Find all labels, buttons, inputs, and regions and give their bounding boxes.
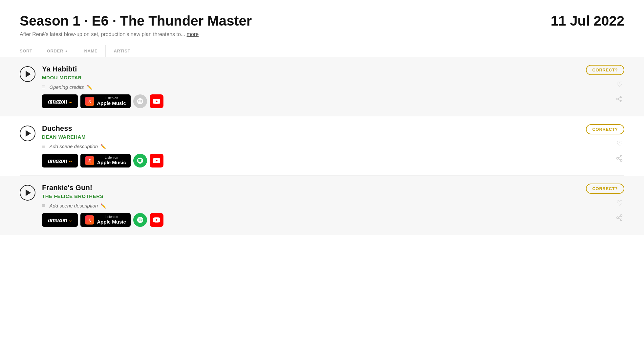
apple-listen-on-label: Listen on bbox=[97, 156, 126, 160]
service-buttons: amazon ⌣ ♫ Listen on Apple Music bbox=[42, 154, 579, 167]
svg-point-7 bbox=[620, 160, 622, 162]
svg-point-6 bbox=[617, 157, 619, 159]
sort-col-name[interactable]: NAME bbox=[76, 45, 106, 57]
track-actions: CORRECT? ♡ bbox=[579, 184, 624, 224]
track-info: Frankie's Gun! THE FELICE BROTHERS ≡ Add… bbox=[42, 184, 579, 227]
youtube-icon bbox=[153, 216, 160, 224]
apple-music-button[interactable]: ♫ Listen on Apple Music bbox=[80, 94, 130, 108]
sort-bar: SORT ORDER ▲ NAME ARTIST bbox=[20, 45, 624, 57]
play-icon bbox=[26, 130, 31, 137]
sort-arrow-icon: ▲ bbox=[65, 49, 68, 53]
apple-music-label: Apple Music bbox=[97, 219, 126, 225]
play-button[interactable] bbox=[20, 126, 35, 141]
apple-music-icon: ♫ bbox=[85, 215, 94, 225]
svg-line-14 bbox=[618, 216, 620, 217]
scene-menu-icon: ≡ bbox=[42, 84, 46, 90]
sort-col-artist[interactable]: ARTIST bbox=[106, 45, 138, 57]
amazon-button[interactable]: amazon ⌣ bbox=[42, 94, 78, 108]
correct-button[interactable]: CORRECT? bbox=[586, 184, 624, 194]
track-info: Duchess DEAN WAREHAM ≡ Add scene descrip… bbox=[42, 124, 579, 167]
svg-point-2 bbox=[620, 100, 622, 102]
scene-menu-icon: ≡ bbox=[42, 143, 46, 150]
edit-scene-icon[interactable]: ✏️ bbox=[87, 85, 92, 90]
apple-listen-on-label: Listen on bbox=[97, 96, 126, 100]
svg-line-8 bbox=[618, 159, 620, 160]
svg-line-9 bbox=[618, 157, 620, 158]
scene-description: Add scene description bbox=[50, 203, 98, 208]
amazon-smile-icon: ⌣ bbox=[69, 218, 72, 224]
spotify-icon bbox=[137, 216, 144, 224]
play-icon bbox=[26, 189, 31, 196]
svg-line-13 bbox=[618, 218, 620, 219]
amazon-smile-icon: ⌣ bbox=[69, 99, 72, 105]
spotify-icon bbox=[137, 157, 144, 164]
svg-line-4 bbox=[618, 97, 620, 99]
apple-music-icon: ♫ bbox=[85, 97, 94, 106]
track-scene: ≡ Opening credits ✏️ bbox=[42, 84, 579, 90]
track-name: Frankie's Gun! bbox=[42, 184, 579, 192]
track-artist: MDOU MOCTAR bbox=[42, 75, 579, 80]
sort-label: SORT bbox=[20, 45, 39, 57]
more-link[interactable]: more bbox=[187, 31, 199, 37]
play-button[interactable] bbox=[20, 185, 35, 201]
share-button[interactable] bbox=[614, 94, 624, 106]
track-row: Duchess DEAN WAREHAM ≡ Add scene descrip… bbox=[20, 116, 624, 176]
track-list: Ya Habibti MDOU MOCTAR ≡ Opening credits… bbox=[20, 57, 624, 235]
svg-point-5 bbox=[620, 155, 622, 157]
sort-col-order[interactable]: ORDER ▲ bbox=[39, 45, 76, 57]
apple-listen-on-label: Listen on bbox=[97, 215, 126, 219]
like-button[interactable]: ♡ bbox=[615, 198, 624, 209]
scene-menu-icon: ≡ bbox=[42, 202, 46, 209]
track-info: Ya Habibti MDOU MOCTAR ≡ Opening credits… bbox=[42, 65, 579, 108]
amazon-button[interactable]: amazon ⌣ bbox=[42, 213, 78, 227]
edit-scene-icon[interactable]: ✏️ bbox=[100, 144, 106, 149]
apple-music-label: Apple Music bbox=[97, 100, 126, 106]
play-button[interactable] bbox=[20, 66, 35, 82]
edit-scene-icon[interactable]: ✏️ bbox=[100, 203, 106, 208]
youtube-button[interactable] bbox=[150, 94, 163, 108]
amazon-logo: amazon bbox=[48, 98, 67, 105]
share-button[interactable] bbox=[614, 153, 624, 165]
track-scene: ≡ Add scene description ✏️ bbox=[42, 143, 579, 150]
like-button[interactable]: ♡ bbox=[615, 138, 624, 149]
svg-point-0 bbox=[620, 96, 622, 98]
youtube-icon bbox=[153, 157, 160, 164]
correct-button[interactable]: CORRECT? bbox=[586, 124, 624, 134]
track-row: Ya Habibti MDOU MOCTAR ≡ Opening credits… bbox=[0, 57, 644, 116]
spotify-button-disabled[interactable] bbox=[133, 94, 147, 108]
correct-button[interactable]: CORRECT? bbox=[586, 65, 624, 75]
like-button[interactable]: ♡ bbox=[615, 79, 624, 90]
youtube-icon bbox=[153, 98, 160, 105]
page-date: 11 Jul 2022 bbox=[551, 13, 624, 29]
scene-description: Opening credits bbox=[50, 84, 84, 90]
page-title: Season 1 · E6 · The Thunder Master bbox=[20, 13, 252, 29]
svg-point-11 bbox=[617, 217, 619, 219]
track-actions: CORRECT? ♡ bbox=[579, 124, 624, 165]
apple-music-button[interactable]: ♫ Listen on Apple Music bbox=[80, 154, 130, 167]
scene-description: Add scene description bbox=[50, 144, 98, 149]
track-artist: DEAN WAREHAM bbox=[42, 134, 579, 140]
svg-line-3 bbox=[618, 99, 620, 101]
track-row: Frankie's Gun! THE FELICE BROTHERS ≡ Add… bbox=[0, 176, 644, 235]
amazon-smile-icon: ⌣ bbox=[69, 159, 72, 164]
youtube-button[interactable] bbox=[150, 154, 163, 167]
play-icon bbox=[26, 71, 31, 77]
spotify-icon bbox=[137, 98, 144, 105]
apple-music-button[interactable]: ♫ Listen on Apple Music bbox=[80, 213, 130, 227]
track-name: Ya Habibti bbox=[42, 65, 579, 73]
track-scene: ≡ Add scene description ✏️ bbox=[42, 202, 579, 209]
youtube-button[interactable] bbox=[150, 213, 163, 227]
amazon-logo: amazon bbox=[48, 157, 67, 165]
service-buttons: amazon ⌣ ♫ Listen on Apple Music bbox=[42, 213, 579, 227]
service-buttons: amazon ⌣ ♫ Listen on Apple Music bbox=[42, 94, 579, 108]
apple-music-icon: ♫ bbox=[85, 156, 94, 165]
page-description: After René's latest blow-up on set, prod… bbox=[20, 31, 624, 37]
spotify-button[interactable] bbox=[133, 154, 147, 167]
svg-point-1 bbox=[617, 98, 619, 100]
track-artist: THE FELICE BROTHERS bbox=[42, 193, 579, 199]
amazon-button[interactable]: amazon ⌣ bbox=[42, 154, 78, 167]
svg-point-12 bbox=[620, 219, 622, 221]
spotify-button[interactable] bbox=[133, 213, 147, 227]
svg-point-10 bbox=[620, 215, 622, 217]
share-button[interactable] bbox=[614, 213, 624, 224]
